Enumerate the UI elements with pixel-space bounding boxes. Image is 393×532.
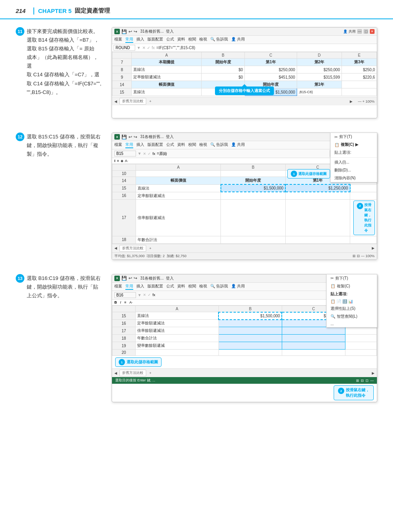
cell-10B-12[interactable] — [221, 171, 285, 177]
cell-15D[interactable]: ,B15-C8) — [297, 88, 342, 96]
ribbon-insert-13[interactable]: 插入 — [136, 283, 144, 290]
cell-18C-13[interactable] — [282, 335, 345, 342]
cell-20B-13[interactable] — [219, 350, 282, 356]
ribbon-help-12[interactable]: 🔍 告訴我 — [210, 142, 228, 148]
cell-16B-13[interactable] — [219, 320, 282, 327]
cell-18A-12[interactable]: 年數合計法 — [136, 236, 221, 243]
cell-9A[interactable]: 定率餘額遞減法 — [132, 74, 202, 81]
cell-14B-12[interactable]: 開始年度 — [221, 177, 285, 185]
cell-17C-13[interactable] — [282, 327, 345, 335]
ribbon-help-11[interactable]: 🔍 告訴我 — [210, 37, 228, 43]
ribbon-view-11[interactable]: 檢視 — [199, 37, 207, 43]
menu-clear-12[interactable]: 清除內容(N) — [331, 174, 377, 182]
ribbon-file-12[interactable]: 檔案 — [114, 142, 122, 148]
cell-15A-12[interactable]: 直線法 — [136, 184, 221, 192]
cell-17A-12[interactable]: 倍率餘額遞減法 — [136, 199, 221, 236]
ribbon-layout-12[interactable]: 版面配置 — [147, 142, 163, 148]
cell-9B[interactable]: $0 — [202, 74, 245, 81]
cell-9E[interactable]: $220,6 — [342, 74, 376, 81]
cell-8D[interactable]: $250,000 — [297, 66, 342, 74]
prev-sheet-12[interactable]: ◀ — [114, 246, 117, 250]
ribbon-share-13[interactable]: 👤 共用 — [231, 283, 245, 290]
ribbon-home-11[interactable]: 常用 — [125, 37, 133, 43]
cell-15B-12[interactable]: $1,500,000 — [221, 184, 285, 192]
minimize-btn[interactable]: — — [357, 29, 362, 34]
cell-14A[interactable]: 帳面價值 — [132, 81, 202, 88]
cell-14D[interactable]: 第1年 — [297, 81, 342, 88]
ribbon-data-13[interactable]: 資料 — [177, 283, 185, 290]
cell-7A[interactable]: 本期攤提 — [132, 59, 202, 66]
add-sheet-12[interactable]: ＋ — [149, 246, 152, 251]
cell-16A-12[interactable]: 定率餘額遞減法 — [136, 192, 221, 199]
cell-20C-13[interactable] — [282, 350, 345, 356]
menu-delete-12[interactable]: 刪除(D)... — [331, 166, 377, 174]
cell-18A-13[interactable]: 年數合計法 — [135, 335, 219, 342]
cell-8A[interactable]: 直線法 — [132, 66, 202, 74]
cell-18B-12[interactable] — [221, 236, 285, 243]
ribbon-layout-13[interactable]: 版面配置 — [147, 283, 163, 290]
ribbon-data-12[interactable]: 資料 — [177, 142, 185, 148]
cell-7D[interactable]: 第2年 — [297, 59, 342, 66]
add-sheet-13[interactable]: ＋ — [149, 370, 152, 376]
cell-18C-12[interactable] — [285, 236, 350, 243]
scroll-right-13[interactable]: ▶ — [372, 371, 375, 375]
cell-7E[interactable]: 第3年 — [342, 59, 376, 66]
cell-17C-12[interactable] — [285, 199, 350, 236]
cell-ref-12[interactable]: B15 — [114, 151, 136, 156]
ribbon-formula-13[interactable]: 公式 — [166, 283, 174, 290]
cell-20A-13[interactable] — [135, 350, 219, 356]
cell-15B-13[interactable]: $1,500,000 — [219, 312, 282, 320]
sheet-tab-11[interactable]: 折舊方法比較 — [119, 98, 146, 105]
cell-15C-12[interactable]: $1,250,000 — [285, 184, 350, 192]
ribbon-review-13[interactable]: 校閱 — [188, 283, 196, 290]
cell-17A-13[interactable]: 倍率餘額遞減法 — [135, 327, 219, 335]
cell-17B-13[interactable] — [219, 327, 282, 335]
cell-8C[interactable]: $250,000 — [245, 66, 297, 74]
cell-ref-11[interactable]: ROUND — [114, 45, 135, 51]
italic-btn-12[interactable]: ≡ — [117, 159, 119, 163]
add-sheet-btn[interactable]: ＋ — [149, 99, 152, 104]
sheet-tab-13[interactable]: 折舊方法比較 — [119, 370, 146, 376]
ribbon-file-11[interactable]: 檔案 — [114, 37, 122, 43]
ribbon-formula-12[interactable]: 公式 — [166, 142, 174, 148]
scroll-right-12[interactable]: ▶ — [372, 246, 375, 250]
cell-14A-12[interactable]: 帳面價值 — [136, 177, 221, 185]
cell-9C[interactable]: $451,500 — [245, 74, 297, 81]
cell-10A-12[interactable] — [136, 171, 221, 177]
ribbon-help-13[interactable]: 🔍 告訴我 — [210, 283, 228, 290]
bold-btn-12[interactable]: I — [114, 159, 116, 163]
cell-8B[interactable]: $0 — [202, 66, 245, 74]
ribbon-view-12[interactable]: 檢視 — [199, 142, 207, 148]
scroll-right-icon[interactable]: ▶ — [350, 99, 353, 103]
fontcolor-btn-13[interactable]: A· — [129, 300, 133, 304]
restore-btn[interactable]: ◻ — [364, 29, 368, 34]
ribbon-review-11[interactable]: 校閱 — [188, 37, 196, 43]
prev-sheet-13[interactable]: ◀ — [114, 371, 117, 375]
cell-9D[interactable]: $315,599 — [297, 74, 342, 81]
ribbon-file-13[interactable]: 檔案 — [114, 283, 122, 290]
cell-19A-13[interactable]: 變率數餘額遞減 — [135, 342, 219, 350]
cell-16C-12[interactable] — [285, 192, 350, 199]
italic-btn-13[interactable]: I — [120, 300, 121, 304]
cell-17B-12[interactable] — [221, 199, 285, 236]
cell-14E[interactable] — [342, 81, 376, 88]
cell-16A-13[interactable]: 定率餘額遞減法 — [135, 320, 219, 327]
ribbon-review-12[interactable]: 校閱 — [188, 142, 196, 148]
cell-8E[interactable]: $250,0 — [342, 66, 376, 74]
cell-18B-13[interactable] — [219, 335, 282, 342]
ribbon-home-12[interactable]: 常用 — [125, 142, 133, 148]
ribbon-share-12[interactable]: 👤 共用 — [231, 142, 245, 148]
fontcolor-btn-12[interactable]: A· — [125, 159, 129, 163]
menu-selctive-paste-13[interactable]: 選擇性貼上(S) — [327, 306, 377, 313]
ribbon-home-13[interactable]: 常用 — [125, 283, 133, 290]
ribbon-formula-11[interactable]: 公式 — [166, 37, 174, 43]
cell-7C[interactable]: 第1年 — [245, 59, 297, 66]
cell-19C-13[interactable] — [282, 342, 345, 350]
menu-more-13[interactable]: ... — [327, 320, 377, 327]
ribbon-layout-11[interactable]: 版面配置 — [147, 37, 163, 43]
bold-btn-13[interactable]: B — [114, 300, 117, 304]
cell-15A-13[interactable]: 直線法 — [135, 312, 219, 320]
ribbon-insert-11[interactable]: 插入 — [136, 37, 144, 43]
underline-btn-13[interactable]: ≡ — [124, 300, 126, 304]
cell-19B-13[interactable] — [219, 342, 282, 350]
